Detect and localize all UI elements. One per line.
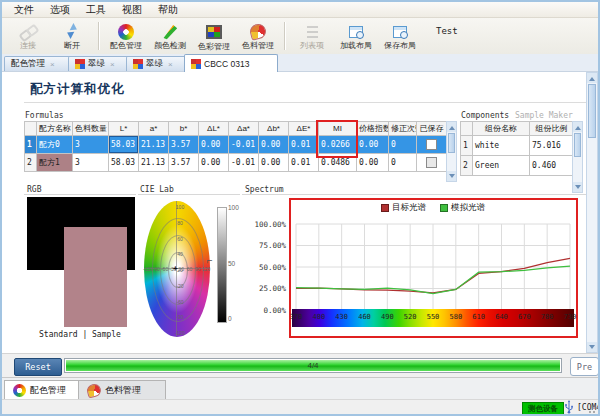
component-row-0[interactable]: 1white75.016 — [461, 136, 574, 156]
cell: 21.13 — [139, 136, 169, 154]
formulas-scrollbar[interactable] — [446, 121, 457, 182]
lightness-bar[interactable] — [217, 207, 227, 323]
component-ratio: 75.016 — [530, 136, 574, 156]
cell: 0.00 — [357, 154, 389, 172]
scroll-up-icon[interactable] — [573, 122, 582, 132]
cell: -0.01 — [229, 136, 259, 154]
cell: 0.00 — [199, 136, 229, 154]
app-window: 文件选项工具视图帮助 连接断开配色管理颜色检测色彩管理色料管理列表项加载布局保存… — [0, 0, 600, 416]
menu-bar: 文件选项工具视图帮助 — [2, 2, 598, 18]
b-axis-tick: -120 — [175, 330, 185, 336]
document-icon — [75, 59, 85, 69]
color-detection-label: 颜色检测 — [154, 41, 186, 50]
bottom-tab-1[interactable]: 色料管理 — [78, 380, 166, 400]
column-header[interactable]: 色料数量 — [73, 122, 109, 136]
colorant-management-button[interactable]: 色料管理 — [237, 22, 279, 50]
toolbar: 连接断开配色管理颜色检测色彩管理色料管理列表项加载布局保存布局Test — [2, 18, 598, 55]
menu-item-1[interactable]: 选项 — [42, 3, 78, 17]
color-matching-button[interactable]: 配色管理 — [105, 23, 147, 50]
saved-checkbox[interactable] — [426, 157, 437, 168]
scrollbar-thumb[interactable] — [588, 84, 596, 138]
column-header[interactable]: 已保存 — [417, 122, 447, 136]
disconnect-button[interactable]: 断开 — [51, 23, 93, 50]
toolbar-separator — [98, 22, 100, 50]
color-management-icon — [206, 25, 222, 39]
b-axis-tick: 40 — [177, 251, 183, 257]
spectrum-panel-rule — [242, 194, 586, 195]
close-icon[interactable]: × — [110, 60, 115, 69]
tab-label: CBCC 0313 — [204, 59, 249, 69]
y-axis-tick: 0.00% — [242, 306, 286, 315]
column-header[interactable]: 组份名称 — [473, 122, 530, 136]
toolbar-test-label[interactable]: Test — [436, 26, 458, 36]
cell: 58.03 — [109, 136, 139, 154]
b-axis-tick: -90 — [176, 314, 183, 320]
column-header[interactable]: 组份比例 — [530, 122, 574, 136]
cell: 0.00 — [259, 154, 289, 172]
cell: 0 — [389, 136, 417, 154]
connect-icon — [19, 23, 37, 41]
save-layout-button[interactable]: 保存布局 — [379, 23, 421, 50]
main-vertical-scrollbar[interactable] — [586, 72, 598, 353]
component-ratio: 0.460 — [530, 156, 574, 176]
status-bar: 测色设备 [COM4] — [2, 399, 598, 415]
components-tab[interactable]: Components — [461, 111, 509, 120]
column-header[interactable]: L* — [109, 122, 139, 136]
component-row-1[interactable]: 2Green0.460 — [461, 156, 574, 176]
pre-button[interactable]: Pre — [570, 357, 599, 376]
cell: 3.57 — [169, 154, 199, 172]
column-header[interactable]: b* — [169, 122, 199, 136]
menu-item-0[interactable]: 文件 — [6, 3, 42, 17]
column-header[interactable]: 修正次数 — [389, 122, 417, 136]
scroll-up-icon[interactable] — [587, 73, 597, 83]
formula-row-0[interactable]: 1配方0358.0321.133.570.00-0.010.000.010.02… — [25, 136, 447, 154]
color-detection-icon — [162, 24, 178, 40]
menu-item-4[interactable]: 帮助 — [150, 3, 186, 17]
formulas-group-label: Formulas — [25, 111, 64, 120]
device-status-badge: 测色设备 — [522, 402, 564, 415]
menu-item-3[interactable]: 视图 — [114, 3, 150, 17]
color-matching-label: 配色管理 — [110, 41, 142, 50]
column-header[interactable]: ΔE* — [289, 122, 319, 136]
color-detection-button[interactable]: 颜色检测 — [149, 23, 191, 50]
column-header[interactable]: 价格指数 — [357, 122, 389, 136]
l-tick-0: 0 — [228, 315, 232, 322]
doc-tab-3[interactable]: CBCC 0313 — [184, 54, 278, 72]
sample-maker-tab[interactable]: Sample Maker — [515, 111, 573, 120]
scroll-down-icon[interactable] — [573, 182, 582, 192]
saved-cell — [417, 154, 447, 172]
column-header[interactable]: ΔL* — [199, 122, 229, 136]
cielab-panel-title: CIE Lab — [140, 185, 174, 194]
document-tab-strip: 配色管理×翠绿×翠绿×CBCC 0313 — [2, 54, 598, 72]
reset-button[interactable]: Reset — [14, 358, 62, 376]
a-axis-tick: 60 — [187, 266, 193, 272]
column-header[interactable]: Δb* — [259, 122, 289, 136]
color-management-button[interactable]: 色彩管理 — [193, 22, 235, 51]
resize-grip[interactable] — [588, 406, 596, 414]
x-axis-tick: 520 — [404, 313, 417, 321]
corner-cell — [461, 122, 473, 136]
scroll-down-icon[interactable] — [447, 171, 456, 181]
column-header[interactable]: 配方名称 — [37, 122, 73, 136]
mi-annotation-box — [316, 120, 358, 158]
l-tick-50: 50 — [228, 260, 235, 267]
column-header[interactable]: a* — [139, 122, 169, 136]
saved-checkbox[interactable] — [426, 139, 437, 150]
scroll-down-icon[interactable] — [587, 342, 597, 352]
close-icon[interactable]: × — [50, 60, 55, 69]
scrollbar-thumb[interactable] — [448, 133, 455, 153]
sample-color-swatch — [64, 227, 127, 327]
load-layout-button[interactable]: 加载布局 — [335, 23, 377, 50]
y-axis-tick: 100.00% — [242, 220, 286, 229]
components-scrollbar[interactable] — [572, 121, 583, 193]
column-header[interactable]: Δa* — [229, 122, 259, 136]
menu-item-2[interactable]: 工具 — [78, 3, 114, 17]
scroll-up-icon[interactable] — [447, 122, 456, 132]
save-layout-label: 保存布局 — [384, 41, 416, 50]
y-axis-tick: 50.00% — [242, 263, 286, 272]
close-icon[interactable]: × — [168, 60, 173, 69]
scrollbar-thumb[interactable] — [574, 133, 581, 157]
load-layout-label: 加载布局 — [340, 41, 372, 50]
color-wheel-icon — [13, 384, 26, 397]
formula-row-1[interactable]: 2配方1358.0321.133.570.00-0.010.000.010.04… — [25, 154, 447, 172]
